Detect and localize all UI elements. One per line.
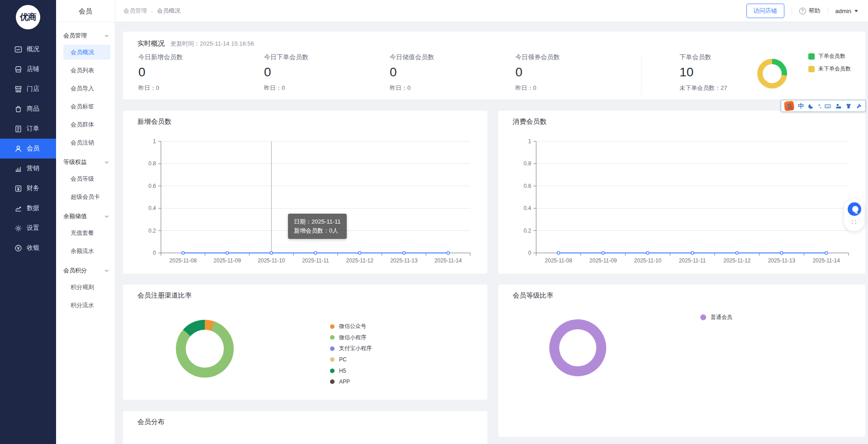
- legend-item[interactable]: 支付宝小程序: [330, 345, 372, 352]
- submenu-item-12[interactable]: 余额流水: [63, 243, 110, 258]
- bottom-right-column: 会员等级比率 普通会员: [498, 285, 865, 437]
- chat-bubble-icon[interactable]: [848, 202, 861, 216]
- submenu-group-0[interactable]: 会员管理: [56, 27, 115, 45]
- legend-item[interactable]: 下单会员数: [808, 52, 851, 60]
- punctuation-icon[interactable]: °,: [818, 103, 821, 109]
- sidebar-item-label: 概况: [27, 45, 39, 53]
- member-level-donut-chart: [549, 319, 606, 376]
- bottom-section: 会员注册渠道比率 微信公众号微信小程序支付宝小程序PCH5APP 会员分布 会员…: [123, 285, 865, 444]
- topbar: 会员管理 - 会员概况 访问店铺 ? 帮助 admin: [115, 0, 868, 22]
- moon-icon[interactable]: [808, 103, 814, 109]
- content: 实时概况 更新时间：2025-11-14 15:16:56 今日新增会员数0昨日…: [115, 22, 868, 444]
- chinese-mode-icon[interactable]: 中: [798, 102, 804, 110]
- svg-text:2025-11-08: 2025-11-08: [545, 257, 572, 264]
- sidebar-item-label: 收银: [27, 244, 39, 252]
- legend-swatch: [330, 379, 335, 384]
- legend-item[interactable]: 未下单会员数: [808, 65, 851, 73]
- toolbox-icon[interactable]: [856, 103, 862, 109]
- member-submenu: 会员 会员管理会员概况会员列表会员导入会员标签会员群体会员注销等级权益会员等级超…: [56, 0, 115, 444]
- sidebar-item-finance[interactable]: 财务: [0, 178, 56, 198]
- stat-label: 今日领券会员数: [515, 53, 641, 61]
- submenu-item-4[interactable]: 会员标签: [63, 99, 110, 114]
- stat-sub: 昨日：0: [264, 84, 390, 92]
- legend-label: 未下单会员数: [818, 65, 851, 73]
- floating-widget: [844, 199, 864, 231]
- submenu-group-10[interactable]: 余额储值: [56, 207, 115, 225]
- sogou-logo-icon[interactable]: S: [784, 101, 794, 111]
- svg-text:0.2: 0.2: [524, 228, 531, 234]
- submenu-item-6[interactable]: 会员注销: [63, 135, 110, 150]
- app-logo-text: 优商: [20, 11, 36, 23]
- legend-item[interactable]: H5: [330, 367, 372, 374]
- skin-icon[interactable]: [845, 103, 852, 109]
- breadcrumb-member-management[interactable]: 会员管理: [123, 7, 147, 15]
- app-window: 优商 概况店铺门店商品订单会员营销财务数据设置收银 会员 会员管理会员概况会员列…: [0, 0, 868, 444]
- ime-toolbar: S 中 °,: [781, 100, 866, 112]
- donut-hole: [186, 330, 223, 367]
- submenu-item-2[interactable]: 会员列表: [63, 63, 110, 78]
- stat-label: 今日储值会员数: [390, 53, 515, 61]
- help-button[interactable]: ? 帮助: [799, 7, 821, 15]
- legend-label: PC: [339, 356, 347, 363]
- submenu-item-11[interactable]: 充值套餐: [63, 225, 110, 240]
- app-logo: 优商: [16, 5, 40, 29]
- shop-icon: [14, 65, 22, 73]
- chevron-down-icon: [104, 33, 109, 39]
- legend-item[interactable]: APP: [330, 378, 372, 386]
- sidebar-item-goods[interactable]: 商品: [0, 99, 56, 119]
- realtime-stats-row: 今日新增会员数0昨日：0今日下单会员数0昨日：0今日储值会员数0昨日：0今日领券…: [138, 53, 861, 95]
- keyboard-icon[interactable]: [825, 103, 831, 109]
- sidebar-item-overview[interactable]: 概况: [0, 39, 56, 59]
- stat-value: 0: [390, 65, 515, 79]
- sidebar-item-settings[interactable]: 设置: [0, 218, 56, 238]
- update-time-value: 2025-11-14 15:16:56: [200, 40, 254, 47]
- sidebar-item-store[interactable]: 门店: [0, 79, 56, 99]
- svg-text:2025-11-10: 2025-11-10: [634, 257, 662, 264]
- submenu-group-13[interactable]: 会员积分: [56, 262, 115, 280]
- sidebar-item-label: 门店: [27, 85, 39, 93]
- sidebar-item-data[interactable]: 数据: [0, 198, 56, 218]
- legend-item[interactable]: 微信小程序: [330, 334, 372, 341]
- submenu-item-14[interactable]: 积分规则: [63, 280, 110, 294]
- visit-shop-button[interactable]: 访问店铺: [746, 4, 784, 18]
- legend-label: 支付宝小程序: [339, 345, 372, 352]
- realtime-stats: 今日新增会员数0昨日：0今日下单会员数0昨日：0今日储值会员数0昨日：0今日领券…: [138, 53, 641, 92]
- submenu-group-label: 会员管理: [63, 32, 87, 40]
- sidebar-item-cashier[interactable]: 收银: [0, 238, 56, 258]
- realtime-header: 实时概况 更新时间：2025-11-14 15:16:56: [137, 39, 254, 48]
- overview-icon: [14, 46, 22, 53]
- svg-text:0: 0: [528, 250, 531, 256]
- submenu-item-15[interactable]: 积分流水: [63, 298, 110, 313]
- stat-sub: 昨日：0: [515, 84, 641, 92]
- sidebar-item-order[interactable]: 订单: [0, 119, 56, 139]
- submenu-item-8[interactable]: 会员等级: [63, 171, 110, 186]
- submenu-item-1[interactable]: 会员概况: [63, 45, 110, 60]
- submenu-item-5[interactable]: 会员群体: [63, 117, 110, 132]
- help-icon: ?: [799, 8, 806, 14]
- submenu-item-9[interactable]: 超级会员卡: [63, 189, 110, 204]
- data-icon: [14, 205, 22, 212]
- stat-sub: 未下单会员数：27: [679, 84, 756, 92]
- legend-item[interactable]: 普通会员: [700, 313, 732, 321]
- submenu-group-7[interactable]: 等级权益: [56, 153, 115, 171]
- legend-label: 下单会员数: [818, 52, 845, 60]
- finance-icon: [14, 185, 22, 192]
- legend-item[interactable]: 微信公众号: [330, 322, 372, 330]
- legend-item[interactable]: PC: [330, 356, 372, 364]
- stat-label: 今日下单会员数: [264, 53, 390, 61]
- breadcrumb-member-overview[interactable]: 会员概况: [157, 7, 180, 15]
- member-icon: [14, 145, 22, 153]
- sidebar-item-label: 店铺: [27, 65, 39, 73]
- sidebar-item-shop[interactable]: 店铺: [0, 59, 56, 79]
- svg-text:2025-11-11: 2025-11-11: [679, 257, 706, 264]
- drag-handle[interactable]: [852, 220, 857, 224]
- donut-hole: [559, 329, 596, 366]
- user-menu[interactable]: admin: [835, 8, 858, 14]
- sidebar-item-member[interactable]: 会员: [0, 139, 56, 159]
- svg-text:0.6: 0.6: [524, 183, 531, 189]
- submenu-item-3[interactable]: 会员导入: [63, 81, 110, 96]
- account-icon[interactable]: [835, 103, 841, 109]
- member-level-card: 会员等级比率 普通会员: [498, 285, 865, 437]
- consume-members-line-chart: 00.20.40.60.812025-11-082025-11-092025-1…: [498, 111, 866, 274]
- sidebar-item-marketing[interactable]: 营销: [0, 159, 56, 178]
